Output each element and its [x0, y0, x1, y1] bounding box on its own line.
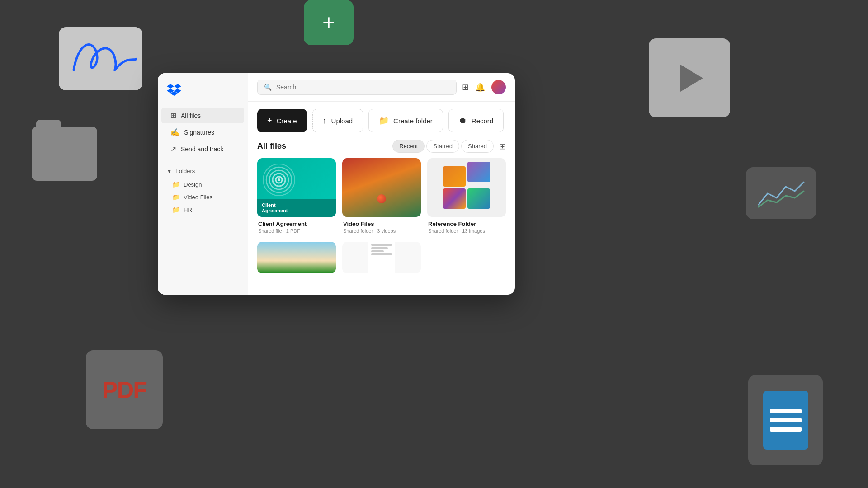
sidebar-item-all-files[interactable]: ⊞ All files	[161, 108, 244, 123]
tab-starred[interactable]: Starred	[426, 140, 459, 153]
all-files-label: All files	[181, 112, 201, 119]
bg-plus-deco: +	[304, 0, 354, 45]
upload-icon: ↑	[323, 116, 327, 126]
bg-doc-deco	[748, 375, 823, 465]
folders-section: ▼ Folders 📁 Design 📁 Video Files 📁 HR	[158, 164, 248, 216]
record-icon: ⏺	[459, 116, 467, 126]
ref-img-2	[467, 162, 490, 182]
file-card-photo[interactable]	[257, 242, 336, 273]
file-info-client: Client Agreement Shared file · 1 PDF	[257, 217, 336, 235]
avatar[interactable]	[491, 80, 506, 94]
send-track-icon: ↗	[170, 145, 176, 153]
bell-icon[interactable]: 🔔	[475, 82, 485, 92]
files-header: All files Recent Starred Shared ⊞	[257, 140, 506, 153]
hr-folder-label: HR	[184, 206, 192, 213]
create-plus-icon: +	[267, 116, 272, 126]
bg-chart-deco	[746, 167, 816, 219]
sidebar-logo	[158, 82, 248, 108]
folders-label: Folders	[175, 168, 195, 174]
sidebar-navigation: ⊞ All files ✍ Signatures ↗ Send and trac…	[158, 108, 248, 157]
header-actions: ⊞ 🔔	[462, 80, 506, 94]
create-folder-button[interactable]: 📁 Create folder	[368, 109, 443, 132]
plus-icon: +	[322, 12, 335, 33]
tab-recent[interactable]: Recent	[392, 140, 425, 153]
file-meta-reference: Shared folder · 13 images	[428, 228, 505, 234]
main-modal: ⊞ All files ✍ Signatures ↗ Send and trac…	[158, 73, 515, 295]
folder-plus-icon: 📁	[379, 116, 389, 126]
doc-preview	[368, 242, 395, 273]
search-bar[interactable]: 🔍	[257, 80, 457, 95]
upload-label: Upload	[331, 117, 353, 125]
file-thumbnail-photo	[257, 242, 336, 273]
create-button[interactable]: + Create	[257, 109, 307, 132]
chevron-icon: ▼	[167, 169, 172, 174]
grid-icon[interactable]: ⊞	[462, 82, 469, 92]
bg-pdf-deco: PDF	[86, 350, 163, 429]
file-card-video-files[interactable]: Video Files Shared folder · 3 videos	[342, 158, 421, 235]
video-ball-decoration	[377, 194, 386, 203]
bg-signature-deco	[59, 27, 142, 90]
files-title: All files	[257, 141, 286, 151]
file-card-doc[interactable]	[342, 242, 421, 273]
search-input[interactable]	[276, 84, 450, 91]
play-icon	[680, 65, 703, 92]
pdf-label: PDF	[102, 376, 146, 404]
design-folder-label: Design	[184, 181, 202, 188]
send-track-label: Send and track	[181, 145, 223, 153]
file-card-reference[interactable]: Reference Folder Shared folder · 13 imag…	[427, 158, 506, 235]
all-files-icon: ⊞	[170, 111, 176, 120]
action-buttons-row: + Create ↑ Upload 📁 Create folder ⏺ Reco…	[248, 102, 515, 140]
record-button[interactable]: ⏺ Record	[448, 109, 504, 132]
sidebar-item-design[interactable]: 📁 Design	[158, 178, 248, 191]
signatures-icon: ✍	[170, 128, 179, 136]
file-info-video: Video Files Shared folder · 3 videos	[342, 217, 421, 235]
file-card-client-agreement[interactable]: ClientAgreement Client Agreement Shared …	[257, 158, 336, 235]
filter-tabs: Recent Starred Shared	[392, 140, 494, 153]
file-name-reference: Reference Folder	[428, 221, 505, 227]
record-label: Record	[472, 117, 493, 125]
folder-icon-video: 📁	[172, 193, 180, 201]
svg-point-5	[278, 178, 280, 181]
sidebar-item-hr[interactable]: 📁 HR	[158, 203, 248, 216]
search-icon: 🔍	[264, 84, 272, 91]
create-folder-label: Create folder	[393, 117, 433, 125]
file-name-video: Video Files	[343, 221, 420, 227]
view-toggle-icon[interactable]: ⊞	[499, 141, 506, 151]
ref-img-3	[443, 188, 466, 209]
files-section: All files Recent Starred Shared ⊞	[248, 140, 515, 295]
video-folder-label: Video Files	[184, 194, 212, 201]
sidebar-item-send-track[interactable]: ↗ Send and track	[161, 141, 244, 157]
folder-icon-hr: 📁	[172, 206, 180, 213]
folders-header[interactable]: ▼ Folders	[158, 164, 248, 178]
sidebar-item-signatures[interactable]: ✍ Signatures	[161, 124, 244, 140]
header: 🔍 ⊞ 🔔	[248, 73, 515, 102]
upload-button[interactable]: ↑ Upload	[312, 109, 363, 132]
file-info-reference: Reference Folder Shared folder · 13 imag…	[427, 217, 506, 235]
sidebar-item-video-files[interactable]: 📁 Video Files	[158, 191, 248, 203]
folder-icon-design: 📁	[172, 181, 180, 188]
bg-folder-deco	[32, 127, 97, 181]
ref-img-1	[443, 166, 466, 187]
file-thumbnail-reference	[427, 158, 506, 217]
bg-play-deco	[649, 38, 730, 117]
signatures-label: Signatures	[184, 129, 214, 136]
file-thumbnail-video	[342, 158, 421, 217]
file-meta-video: Shared folder · 3 videos	[343, 228, 420, 234]
reference-images-grid	[439, 163, 494, 212]
tab-shared[interactable]: Shared	[461, 140, 494, 153]
ref-img-4	[467, 188, 490, 209]
files-grid: ClientAgreement Client Agreement Shared …	[257, 158, 506, 273]
main-content: 🔍 ⊞ 🔔 + Create ↑ Upload 📁 Create folder	[248, 73, 515, 295]
create-label: Create	[277, 117, 297, 125]
file-name-client: Client Agreement	[258, 221, 335, 227]
file-meta-client: Shared file · 1 PDF	[258, 228, 335, 234]
client-agreement-badge: ClientAgreement	[257, 199, 336, 217]
sidebar: ⊞ All files ✍ Signatures ↗ Send and trac…	[158, 73, 248, 295]
file-thumbnail-doc	[342, 242, 421, 273]
doc-icon	[763, 391, 808, 450]
file-thumbnail-client: ClientAgreement	[257, 158, 336, 217]
